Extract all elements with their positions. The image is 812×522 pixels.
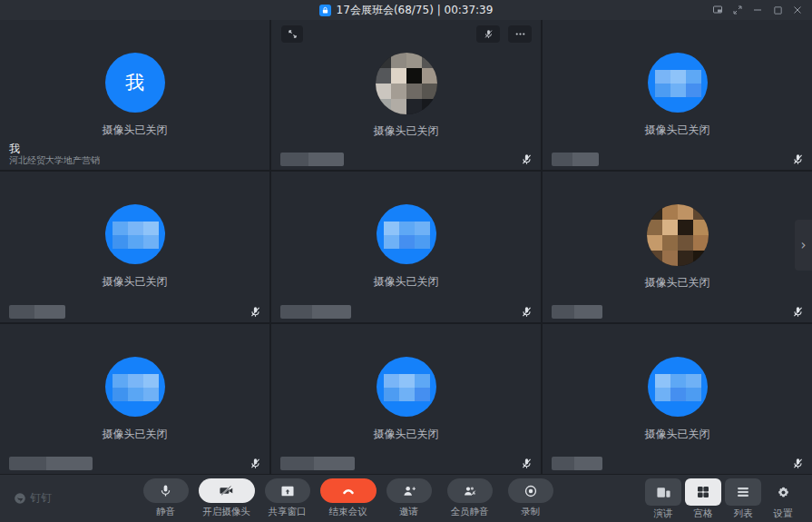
toolbar-main-buttons: 静音 开启摄像头 共享窗口 结束会议 <box>135 478 561 518</box>
nameplate <box>280 457 355 470</box>
share-window-icon <box>265 478 310 503</box>
button-label: 列表 <box>734 507 753 520</box>
video-tile[interactable]: 摄像头已关闭 <box>271 20 541 170</box>
mosaic-blur <box>113 374 128 388</box>
muted-mic-icon <box>249 306 261 318</box>
mute-all-icon <box>447 478 493 503</box>
gear-icon <box>765 478 801 506</box>
camera-off-label: 摄像头已关闭 <box>374 123 439 139</box>
mosaic-blur <box>384 222 399 235</box>
camera-off-label: 摄像头已关闭 <box>103 427 168 442</box>
muted-mic-icon <box>792 306 804 318</box>
nameplate <box>552 305 602 319</box>
mosaic-blur <box>376 53 391 68</box>
share-window-button[interactable]: 共享窗口 <box>257 478 318 518</box>
more-options-icon[interactable] <box>508 25 532 43</box>
video-tile-self[interactable]: 我 摄像头已关闭 我 河北经贸大学地产营销 <box>0 20 269 170</box>
meeting-title: 17会展班会(68/75) | 00:37:39 <box>337 3 494 18</box>
nameplate: 我 河北经贸大学地产营销 <box>9 143 100 166</box>
camera-off-label: 摄像头已关闭 <box>374 427 439 442</box>
camera-off-label: 摄像头已关闭 <box>645 123 710 138</box>
mosaic-blur <box>647 204 662 220</box>
avatar-blurred <box>377 357 436 417</box>
expand-tile-icon[interactable] <box>281 25 303 43</box>
button-label: 录制 <box>521 506 540 518</box>
button-label: 共享窗口 <box>269 506 307 518</box>
end-meeting-button[interactable]: 结束会议 <box>318 478 378 518</box>
avatar: 我 <box>105 53 165 113</box>
title-area: 17会展班会(68/75) | 00:37:39 <box>0 0 812 20</box>
button-label: 设置 <box>774 507 793 520</box>
avatar-blurred <box>377 204 436 264</box>
nameplate <box>280 153 344 166</box>
muted-mic-icon <box>792 458 804 469</box>
list-view-button[interactable]: 列表 <box>723 478 763 520</box>
toolbar-view-buttons: 演讲 宫格 列表 设置 <box>643 478 803 520</box>
button-label: 结束会议 <box>329 506 367 518</box>
mosaic-blur <box>655 374 670 388</box>
speaker-view-icon <box>645 478 681 506</box>
grid-view-icon <box>685 478 721 506</box>
meeting-toolbar: 钉钉 静音 开启摄像头 共享窗口 <box>0 474 812 522</box>
mute-all-button[interactable]: 全员静音 <box>439 478 500 518</box>
chevron-right-icon: › <box>801 237 807 253</box>
hangup-phone-icon <box>320 478 377 503</box>
mosaic-blur <box>113 222 128 235</box>
grid-view-button[interactable]: 宫格 <box>683 478 723 520</box>
video-tile[interactable]: 摄像头已关闭 <box>543 20 812 170</box>
settings-button[interactable]: 设置 <box>763 478 803 520</box>
muted-mic-icon <box>521 458 533 469</box>
video-tile[interactable]: 摄像头已关闭 <box>0 324 269 474</box>
speaker-view-button[interactable]: 演讲 <box>643 478 683 520</box>
close-icon[interactable] <box>788 2 807 18</box>
logo-text: 钉钉 <box>30 490 52 506</box>
camera-on-button[interactable]: 开启摄像头 <box>196 478 257 518</box>
participant-org: 河北经贸大学地产营销 <box>9 155 100 166</box>
camera-off-label: 摄像头已关闭 <box>103 274 168 290</box>
video-grid: 我 摄像头已关闭 我 河北经贸大学地产营销 摄像头已关闭 <box>0 20 812 474</box>
title-bar: 17会展班会(68/75) | 00:37:39 <box>0 0 812 20</box>
dingtalk-wing-icon <box>14 492 26 505</box>
next-page-button[interactable]: › <box>795 220 812 271</box>
maximize-icon[interactable] <box>768 2 787 18</box>
list-view-icon <box>725 478 761 506</box>
minimize-icon[interactable] <box>748 2 767 18</box>
muted-mic-icon <box>521 153 533 165</box>
video-tile[interactable]: 摄像头已关闭 <box>543 172 812 321</box>
avatar-blurred <box>105 204 165 264</box>
mini-window-icon[interactable] <box>709 2 727 18</box>
video-tile[interactable]: 摄像头已关闭 <box>271 324 541 474</box>
avatar-blurred <box>105 357 165 417</box>
window-controls <box>709 2 812 18</box>
avatar-initial: 我 <box>125 70 144 95</box>
camera-off-label: 摄像头已关闭 <box>103 123 168 138</box>
mosaic-blur <box>384 374 399 388</box>
button-label: 演讲 <box>654 507 673 520</box>
mosaic-blur <box>655 70 670 84</box>
video-tile[interactable]: 摄像头已关闭 <box>271 172 541 321</box>
blurred-name-label <box>280 305 351 319</box>
participant-muted-mic-icon[interactable] <box>476 25 500 43</box>
invite-button[interactable]: 邀请 <box>378 478 439 518</box>
video-tile[interactable]: 摄像头已关闭 <box>543 324 812 474</box>
blurred-name-label <box>552 457 602 470</box>
tile-hover-controls <box>476 25 532 43</box>
blurred-name-label <box>9 457 93 470</box>
avatar-photo-blurred <box>376 53 437 114</box>
record-button[interactable]: 录制 <box>500 478 561 518</box>
blurred-name-label <box>280 153 344 166</box>
meeting-window: 17会展班会(68/75) | 00:37:39 我 <box>0 0 812 522</box>
button-label: 邀请 <box>399 506 418 518</box>
camera-off-label: 摄像头已关闭 <box>374 274 439 290</box>
mute-button[interactable]: 静音 <box>135 478 196 518</box>
video-tile[interactable]: 摄像头已关闭 <box>0 172 269 321</box>
button-label: 开启摄像头 <box>202 506 250 518</box>
blurred-name-label <box>280 457 355 470</box>
blurred-name-label <box>9 305 65 319</box>
avatar-blurred <box>648 53 708 113</box>
camera-off-label: 摄像头已关闭 <box>645 275 710 291</box>
nameplate <box>552 153 599 166</box>
fullscreen-icon[interactable] <box>729 2 747 18</box>
dingtalk-logo: 钉钉 <box>14 490 52 506</box>
muted-mic-icon <box>521 306 533 318</box>
